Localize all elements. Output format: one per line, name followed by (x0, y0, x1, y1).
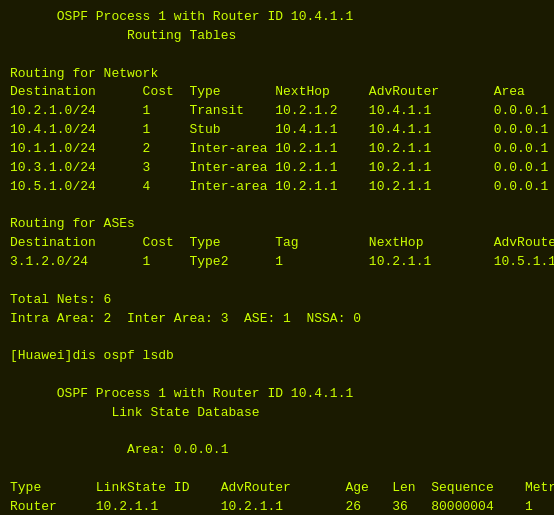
terminal-output: OSPF Process 1 with Router ID 10.4.1.1 R… (10, 8, 544, 515)
